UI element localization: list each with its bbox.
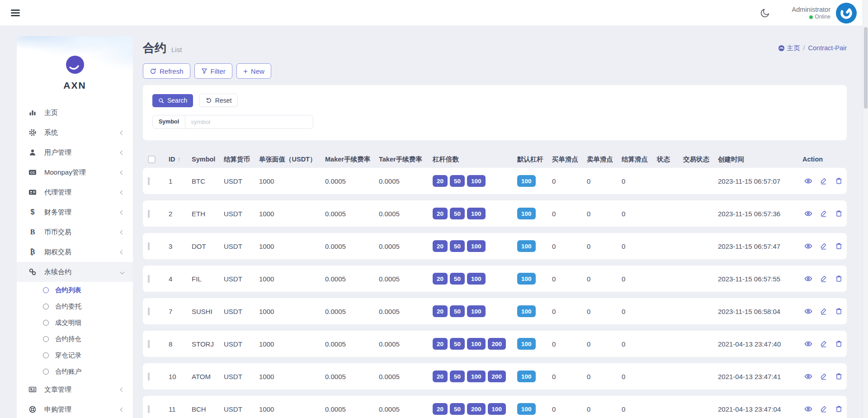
- delete-trash-icon[interactable]: [835, 275, 843, 283]
- delete-trash-icon[interactable]: [835, 177, 843, 185]
- cell-settle-currency: USDT: [224, 340, 259, 348]
- cell-settle-currency: USDT: [224, 210, 259, 218]
- sidebar-subitem-contract-list[interactable]: 合约列表: [17, 282, 133, 298]
- cell-taker-fee: 0.0005: [379, 210, 433, 218]
- view-eye-icon[interactable]: [804, 405, 812, 413]
- column-header-杠杆倍数: 杠杆倍数: [433, 155, 517, 164]
- row-checkbox[interactable]: [148, 177, 150, 185]
- delete-trash-icon[interactable]: [835, 405, 843, 413]
- sidebar-item-label: 代理管理: [44, 188, 71, 197]
- leverage-badge: 20: [433, 305, 448, 317]
- cell-sell-slippage: 0: [587, 405, 622, 413]
- sidebar-item-agent[interactable]: 代理管理: [17, 182, 133, 202]
- row-checkbox[interactable]: [148, 275, 150, 283]
- cell-symbol: BCH: [192, 405, 224, 413]
- view-eye-icon[interactable]: [804, 242, 812, 250]
- view-eye-icon[interactable]: [804, 307, 812, 315]
- cell-settle-currency: USDT: [224, 373, 259, 380]
- sidebar-item-label: 主页: [44, 109, 58, 117]
- view-eye-icon[interactable]: [804, 372, 812, 380]
- reset-button[interactable]: Reset: [199, 94, 238, 107]
- cell-maker-fee: 0.0005: [325, 340, 379, 348]
- row-checkbox[interactable]: [148, 242, 150, 250]
- sidebar-item-moonpay[interactable]: CCMoonpay管理: [17, 162, 133, 182]
- sort-ascending-icon[interactable]: ↑: [178, 156, 181, 163]
- edit-pencil-icon[interactable]: [820, 405, 828, 413]
- delete-trash-icon[interactable]: [835, 209, 843, 218]
- sidebar-item-spot-trade[interactable]: B币币交易: [17, 222, 133, 242]
- table-row-SUSHI: 7SUSHIUSDT10000.00050.000520501001000002…: [143, 298, 847, 324]
- dark-mode-moon-icon[interactable]: [760, 8, 770, 19]
- edit-pencil-icon[interactable]: [820, 209, 828, 218]
- sidebar-item-perpetual[interactable]: 永续合约: [17, 262, 133, 282]
- cell-leverages: 2050100200: [433, 338, 517, 350]
- sidebar-subitem-liquidation-records[interactable]: 穿仓记录: [17, 347, 133, 363]
- row-checkbox[interactable]: [148, 373, 150, 380]
- cell-id: 10: [169, 373, 192, 380]
- row-checkbox[interactable]: [148, 340, 150, 348]
- sidebar-item-home[interactable]: 主页: [17, 103, 133, 123]
- cell-id: 3: [169, 242, 192, 250]
- brand-logo: AXN: [17, 55, 133, 91]
- sidebar-subitem-trade-details[interactable]: 成交明细: [17, 314, 133, 331]
- page-scrollbar: [863, 0, 868, 418]
- edit-pencil-icon[interactable]: [820, 372, 828, 380]
- search-panel: Search Reset Symbol: [143, 85, 847, 140]
- user-avatar[interactable]: [836, 3, 857, 24]
- chevron-left-icon: [120, 210, 125, 214]
- row-checkbox[interactable]: [148, 308, 150, 315]
- column-label: 单张面值（USDT）: [259, 155, 316, 164]
- view-eye-icon[interactable]: [804, 177, 812, 185]
- sidebar-item-system[interactable]: 系统: [17, 123, 133, 142]
- cell-id: 4: [169, 275, 192, 283]
- select-all-checkbox[interactable]: [148, 156, 156, 163]
- column-label: 默认杠杆: [517, 155, 543, 164]
- scrollbar-thumb[interactable]: [864, 27, 868, 109]
- delete-trash-icon[interactable]: [835, 372, 843, 380]
- sidebar-item-article[interactable]: 文章管理: [17, 380, 133, 399]
- delete-trash-icon[interactable]: [835, 340, 843, 348]
- new-button[interactable]: + New: [236, 63, 271, 79]
- row-checkbox[interactable]: [148, 210, 150, 218]
- view-eye-icon[interactable]: [804, 340, 812, 348]
- cell-default-leverage: 100: [517, 175, 552, 187]
- row-checkbox[interactable]: [148, 405, 150, 413]
- filter-button[interactable]: Filter: [194, 63, 232, 79]
- sidebar-item-user-manage[interactable]: 用户管理: [17, 142, 133, 162]
- hamburger-menu-icon[interactable]: [11, 8, 20, 18]
- column-header-结算货币: 结算货币: [224, 155, 259, 164]
- sidebar-subitem-contract-accounts[interactable]: 合约账户: [17, 363, 133, 380]
- toolbar: Refresh Filter + New: [143, 63, 847, 79]
- breadcrumb-current[interactable]: Contract-Pair: [808, 44, 847, 52]
- refresh-button[interactable]: Refresh: [143, 63, 190, 79]
- sidebar-item-label: 申购管理: [44, 405, 71, 414]
- cell-taker-fee: 0.0005: [379, 308, 433, 315]
- sidebar-item-subscribe[interactable]: 申购管理: [17, 399, 133, 418]
- cell-settle-slippage: 0: [622, 308, 657, 315]
- edit-pencil-icon[interactable]: [820, 242, 828, 250]
- edit-pencil-icon[interactable]: [820, 307, 828, 315]
- cell-actions: [802, 275, 847, 283]
- column-label: Maker手续费率: [325, 155, 370, 164]
- sidebar-item-option-trade[interactable]: ₿期权交易: [17, 242, 133, 262]
- leverage-badge: 50: [450, 338, 465, 350]
- delete-trash-icon[interactable]: [835, 307, 843, 315]
- online-label: Online: [815, 14, 830, 20]
- cell-face-value: 1000: [259, 242, 325, 250]
- cell-id: 1: [169, 177, 192, 185]
- view-eye-icon[interactable]: [804, 275, 812, 283]
- view-eye-icon[interactable]: [804, 209, 812, 218]
- edit-pencil-icon[interactable]: [820, 177, 828, 185]
- delete-trash-icon[interactable]: [835, 242, 843, 250]
- breadcrumb-home-link[interactable]: 主页: [778, 44, 800, 52]
- symbol-input[interactable]: [185, 115, 313, 128]
- sidebar-subitem-contract-orders[interactable]: 合约委托: [17, 298, 133, 314]
- sidebar-item-finance[interactable]: $财务管理: [17, 202, 133, 222]
- edit-pencil-icon[interactable]: [820, 275, 828, 283]
- sidebar-subitem-contract-positions[interactable]: 合约持仓: [17, 331, 133, 347]
- cell-face-value: 1000: [259, 405, 325, 413]
- edit-pencil-icon[interactable]: [820, 340, 828, 348]
- user-icon: [28, 148, 38, 157]
- search-button[interactable]: Search: [152, 94, 193, 107]
- leverage-badge: 50: [450, 208, 465, 219]
